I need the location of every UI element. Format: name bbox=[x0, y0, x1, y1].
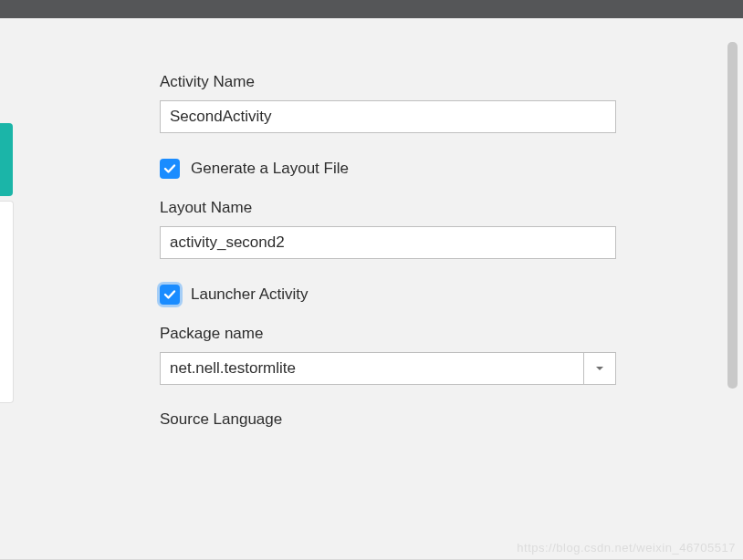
form-viewport: Activity Name Generate a Layout File Lay… bbox=[0, 18, 743, 560]
package-name-input[interactable] bbox=[160, 352, 583, 385]
window-titlebar bbox=[0, 0, 743, 18]
package-name-label: Package name bbox=[160, 325, 616, 343]
layout-name-input[interactable] bbox=[160, 226, 616, 259]
check-icon bbox=[163, 162, 176, 175]
watermark-text: https://blog.csdn.net/weixin_46705517 bbox=[517, 541, 736, 555]
side-tab-inactive[interactable] bbox=[0, 201, 14, 403]
side-tab-active[interactable] bbox=[0, 123, 13, 196]
source-language-label: Source Language bbox=[160, 410, 616, 429]
layout-name-label: Layout Name bbox=[160, 199, 616, 217]
launcher-activity-row[interactable]: Launcher Activity bbox=[160, 285, 616, 305]
activity-name-label: Activity Name bbox=[160, 73, 616, 91]
generate-layout-row[interactable]: Generate a Layout File bbox=[160, 159, 616, 179]
check-icon bbox=[163, 288, 176, 301]
vertical-scrollbar[interactable] bbox=[727, 42, 738, 389]
generate-layout-label: Generate a Layout File bbox=[191, 160, 349, 178]
chevron-down-icon bbox=[594, 363, 605, 374]
activity-config-form: Activity Name Generate a Layout File Lay… bbox=[160, 73, 616, 438]
launcher-activity-label: Launcher Activity bbox=[191, 285, 309, 304]
activity-name-input[interactable] bbox=[160, 100, 616, 133]
generate-layout-checkbox[interactable] bbox=[160, 159, 180, 179]
package-name-combo[interactable] bbox=[160, 352, 616, 385]
launcher-activity-checkbox[interactable] bbox=[160, 285, 180, 305]
package-name-dropdown-button[interactable] bbox=[583, 352, 616, 385]
